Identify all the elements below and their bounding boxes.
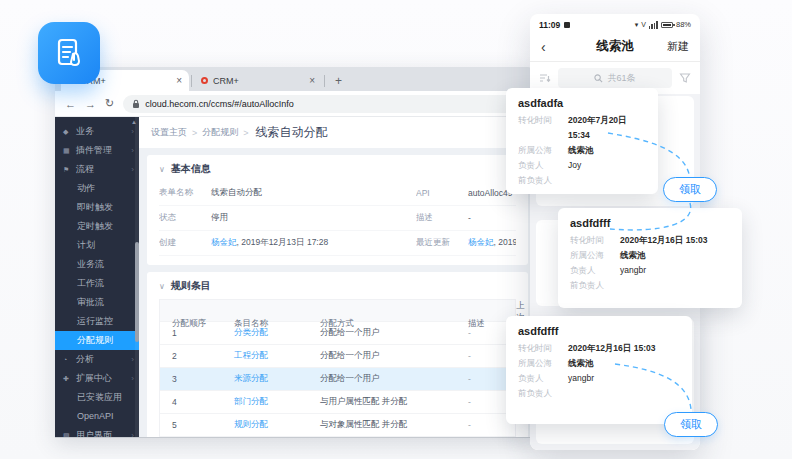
sidebar-item-icon: ✚ <box>63 369 72 388</box>
lead-field-label: 转化时间 <box>518 113 568 143</box>
sidebar-item[interactable]: 计划 › <box>55 236 139 255</box>
sidebar-item[interactable]: 业务流 › <box>55 255 139 274</box>
sidebar-item-label: 业务流 <box>77 255 104 274</box>
table-row[interactable]: 5 规则分配 与对象属性匹配 并分配 - Joy, 2020年12月 <box>160 414 515 437</box>
lead-field-label: 转化时间 <box>570 233 620 248</box>
tab-close-icon[interactable]: × <box>309 75 315 86</box>
sort-icon[interactable] <box>539 72 551 84</box>
sidebar-item-icon: ▤ <box>63 426 72 437</box>
sidebar-item[interactable]: ✚ 扩展中心 › <box>55 369 139 388</box>
lead-field-label: 负责人 <box>518 158 568 173</box>
table-body: 1 分类分配 分配给一个用户 - Joy, 2020年12月24日 2 工程分配 <box>160 322 515 437</box>
table-row[interactable]: 2 工程分配 分配给一个用户 - Joy, 2020年12月 <box>160 345 515 368</box>
sidebar-item-label: 分配规则 <box>77 331 113 350</box>
forward-icon[interactable]: → <box>85 98 96 110</box>
lead-card[interactable]: asdfadfa 转化时间2020年7月20日 15:34 所属公海线索池 负责… <box>506 88 658 194</box>
composite-canvas: CRM+ × CRM+ × + ← → ↻ cloud.hecom.cn/ccm… <box>0 0 792 459</box>
sidebar-item-icon: ◆ <box>63 122 72 141</box>
reload-icon[interactable]: ↻ <box>105 97 114 110</box>
sidebar-item-label: 业务 <box>76 122 94 141</box>
browser-tab-inactive[interactable]: CRM+ × <box>194 70 322 91</box>
url-field[interactable]: cloud.hecom.cn/ccms/#/autoAllocInfo <box>123 95 526 113</box>
field-user-link[interactable]: 杨金妃 <box>468 237 494 249</box>
lead-card[interactable]: asdfdfff 转化时间2020年12月16日 15:03 所属公海线索池 负… <box>506 316 692 424</box>
field-label: 描述 <box>416 212 468 224</box>
lead-field-label: 负责人 <box>570 263 620 278</box>
sidebar-item-icon: ▦ <box>63 141 72 160</box>
lead-field-label: 转化时间 <box>518 341 568 356</box>
sidebar-item-label: 已安装应用 <box>77 388 122 407</box>
sidebar-item[interactable]: 运行监控 › <box>55 312 139 331</box>
info-field: 表单名称 线索自动分配 <box>159 181 416 206</box>
sidebar-item[interactable]: 定时触发 › <box>55 217 139 236</box>
basic-info-fields: 表单名称 线索自动分配 API autoAlloc49 <box>159 181 516 256</box>
search-input[interactable]: 共61条 <box>558 68 672 88</box>
field-value: 停用 <box>211 212 228 224</box>
sidebar-item[interactable]: 审批流 › <box>55 293 139 312</box>
cell-method: 与用户属性匹配 并分配 <box>320 396 468 408</box>
field-label: 状态 <box>159 212 211 224</box>
sidebar-item[interactable]: 动作 › <box>55 179 139 198</box>
lead-owner: Joy <box>568 158 581 173</box>
filter-icon[interactable] <box>679 72 691 84</box>
browser-tab-bar: CRM+ × CRM+ × + <box>55 67 536 91</box>
cell-rule-name-link[interactable]: 来源分配 <box>234 373 320 385</box>
lock-icon <box>132 99 140 109</box>
sidebar-item[interactable]: 即时触发 › <box>55 198 139 217</box>
sidebar-item[interactable]: 已安装应用 › <box>55 388 139 407</box>
sidebar-item[interactable]: 分配规则 › <box>55 331 139 350</box>
search-icon <box>594 74 603 83</box>
sidebar-item[interactable]: ▦ 插件管理 › <box>55 141 139 160</box>
lead-field-label: 所属公海 <box>518 356 568 371</box>
new-tab-button[interactable]: + <box>335 74 342 88</box>
signal-icon <box>649 21 658 29</box>
back-icon[interactable]: ← <box>65 98 76 110</box>
field-user-link[interactable]: 杨金妃 <box>211 237 237 249</box>
breadcrumb-part: > <box>243 128 248 138</box>
claim-button[interactable]: 领取 <box>664 412 718 437</box>
lead-convert-time: 2020年12月16日 15:03 <box>620 233 707 248</box>
chevron-right-icon: › <box>131 369 134 388</box>
sidebar-item[interactable]: OpenAPI › <box>55 407 139 426</box>
sidebar-item[interactable]: ◔ 分析 › <box>55 350 139 369</box>
cell-rule-name-link[interactable]: 分类分配 <box>234 327 320 339</box>
scrollbar-thumb[interactable] <box>135 242 139 342</box>
lead-field-label: 前负责人 <box>518 173 568 188</box>
panel-title: 基本信息 <box>171 162 211 176</box>
sidebar-item-label: 分析 <box>76 350 94 369</box>
field-value: - <box>468 213 471 223</box>
wifi-icon: ▾ <box>635 21 639 29</box>
cell-method: 与对象属性匹配 并分配 <box>320 419 468 431</box>
claim-button[interactable]: 领取 <box>663 177 717 202</box>
cell-rule-name-link[interactable]: 部门分配 <box>234 396 320 408</box>
sidebar-item[interactable]: ▤ 用户界面 › <box>55 426 139 437</box>
chevron-right-icon: › <box>131 141 134 160</box>
back-chevron-icon[interactable]: ‹ <box>541 39 571 55</box>
table-row[interactable]: 3 来源分配 分配给一个用户 - Joy, 2020年12月 <box>160 368 515 391</box>
sidebar-item[interactable]: 工作流 › <box>55 274 139 293</box>
cell-order: 4 <box>172 397 234 407</box>
cell-order: 1 <box>172 328 234 338</box>
lead-pool: 线索池 <box>568 356 594 371</box>
status-time: 11:09 <box>539 20 560 30</box>
cell-rule-name-link[interactable]: 工程分配 <box>234 350 320 362</box>
lead-card[interactable]: asdfdfff 转化时间2020年12月16日 15:03 所属公海线索池 负… <box>558 208 742 308</box>
table-row[interactable]: 4 部门分配 与用户属性匹配 并分配 - Joy, 2020年12月 <box>160 391 515 414</box>
cell-order: 5 <box>172 420 234 430</box>
sidebar-item-label: 动作 <box>77 179 95 198</box>
browser-address-bar: ← → ↻ cloud.hecom.cn/ccms/#/autoAllocInf… <box>55 91 536 117</box>
sidebar-scrollbar[interactable] <box>135 117 139 437</box>
sidebar-item-label: 用户界面 <box>76 426 112 437</box>
field-label: API <box>416 188 468 198</box>
info-field: 创建 杨金妃 , 2019年12月13日 17:28 <box>159 231 416 256</box>
new-button[interactable]: 新建 <box>659 39 689 54</box>
collapse-caret-icon[interactable]: ∨ <box>159 282 165 291</box>
collapse-caret-icon[interactable]: ∨ <box>159 165 165 174</box>
sidebar-item[interactable]: ◆ 业务 › <box>55 122 139 141</box>
tab-close-icon[interactable]: × <box>176 75 182 86</box>
sidebar-item-label: 扩展中心 <box>76 369 112 388</box>
cell-rule-name-link[interactable]: 规则分配 <box>234 419 320 431</box>
field-label: 创建 <box>159 237 211 249</box>
sidebar-item[interactable]: ⚑ 流程 › <box>55 160 139 179</box>
chevron-right-icon: › <box>131 350 134 369</box>
